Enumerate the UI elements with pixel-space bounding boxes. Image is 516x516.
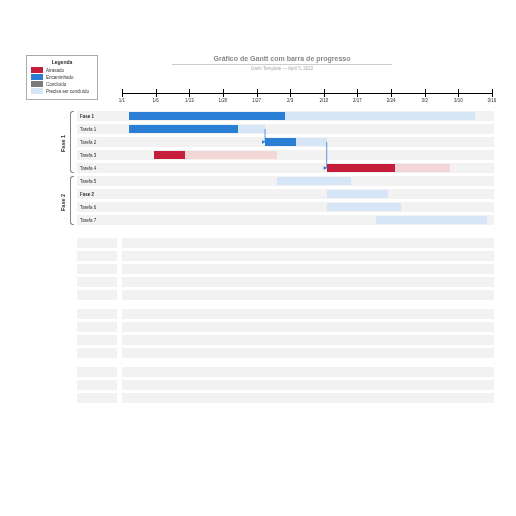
- axis-tick-label: 1/1: [112, 98, 132, 103]
- row-stripe: [122, 322, 494, 332]
- placeholder-row: [22, 238, 494, 248]
- axis-tick: 3/16: [492, 89, 493, 97]
- bar-area: [122, 163, 492, 173]
- bar-area: [122, 215, 492, 225]
- placeholder-row: [22, 380, 494, 390]
- axis-tick-label: 1/27: [247, 98, 267, 103]
- chart-title: Gráfico de Gantt com barra de progresso: [172, 55, 392, 65]
- row-stripe: [77, 367, 117, 377]
- row-stripe: [122, 238, 494, 248]
- legend-item: Atrasado: [31, 67, 93, 73]
- bar-track[interactable]: [327, 190, 389, 198]
- row-label: Tarefa 2: [77, 137, 122, 147]
- legend: Legenda AtrasadoEncaminhadoConcluídoPrec…: [26, 55, 98, 100]
- axis-tick-label: 2/10: [314, 98, 334, 103]
- placeholder-row: [22, 348, 494, 358]
- row-stripe: [122, 335, 494, 345]
- axis-tick: 1/1: [122, 89, 123, 97]
- axis-tick-label: 1/13: [179, 98, 199, 103]
- placeholder-row: [22, 264, 494, 274]
- axis-tick: 1/27: [257, 89, 258, 97]
- gantt-row: Tarefa 1: [22, 124, 494, 134]
- row-stripe: [77, 251, 117, 261]
- legend-label: Precisa ser concluído: [46, 89, 89, 94]
- axis-tick-label: 1/20: [213, 98, 233, 103]
- row-stripe: [77, 335, 117, 345]
- axis-tick-label: 2/3: [280, 98, 300, 103]
- row-stripe: [122, 309, 494, 319]
- row-stripe: [77, 309, 117, 319]
- gantt-row: Tarefa 2: [22, 137, 494, 147]
- bar-area: [122, 150, 492, 160]
- gantt-row: Fase 1: [22, 111, 494, 121]
- row-stripe: [77, 393, 117, 403]
- bar-track[interactable]: [376, 216, 487, 224]
- placeholder-row: [22, 251, 494, 261]
- bar-track[interactable]: [277, 177, 351, 185]
- row-stripe: [77, 322, 117, 332]
- axis-tick: 2/10: [324, 89, 325, 97]
- legend-title: Legenda: [31, 59, 93, 65]
- placeholder-row: [22, 393, 494, 403]
- gantt-row: Fase 2: [22, 189, 494, 199]
- chart-subtitle: Gantt Template — April 5, 2022: [172, 66, 392, 71]
- row-label: Tarefa 4: [77, 163, 122, 173]
- row-stripe: [122, 380, 494, 390]
- legend-swatch: [31, 88, 43, 94]
- legend-swatch: [31, 67, 43, 73]
- axis-tick: 3/10: [458, 89, 459, 97]
- axis-tick-label: 2/17: [347, 98, 367, 103]
- row-label: Tarefa 6: [77, 202, 122, 212]
- row-stripe: [122, 367, 494, 377]
- legend-label: Atrasado: [46, 68, 64, 73]
- axis-tick: 3/3: [425, 89, 426, 97]
- gantt-row: Tarefa 4: [22, 163, 494, 173]
- row-label: Tarefa 5: [77, 176, 122, 186]
- axis-tick-label: 3/16: [482, 98, 502, 103]
- axis-tick: 2/24: [391, 89, 392, 97]
- bar-area: [122, 202, 492, 212]
- legend-label: Encaminhado: [46, 75, 74, 80]
- placeholder-row: [22, 309, 494, 319]
- axis-tick: 1/6: [156, 89, 157, 97]
- legend-item: Encaminhado: [31, 74, 93, 80]
- row-stripe: [122, 277, 494, 287]
- bar-area: [122, 111, 492, 121]
- row-stripe: [122, 264, 494, 274]
- row-stripe: [77, 277, 117, 287]
- gantt-row: Tarefa 7: [22, 215, 494, 225]
- row-stripe: [77, 380, 117, 390]
- placeholder-row: [22, 335, 494, 345]
- bar-area: [122, 189, 492, 199]
- row-label: Tarefa 3: [77, 150, 122, 160]
- row-stripe: [77, 238, 117, 248]
- phase-label: Fase 2: [60, 193, 66, 210]
- gantt-rows: Fase 1Tarefa 1Tarefa 2Tarefa 3Tarefa 4Fa…: [22, 111, 494, 228]
- bar-progress: [129, 112, 284, 120]
- phase-brace: [70, 176, 74, 225]
- bar-progress: [154, 151, 185, 159]
- bar-progress: [265, 138, 296, 146]
- placeholder-row: [22, 290, 494, 300]
- row-stripe: [122, 348, 494, 358]
- phase-brace: [70, 111, 74, 173]
- row-stripe: [122, 393, 494, 403]
- row-stripe: [77, 290, 117, 300]
- row-stripe: [122, 290, 494, 300]
- axis-tick-label: 3/3: [415, 98, 435, 103]
- placeholder-row: [22, 277, 494, 287]
- phase-label: Fase 1: [60, 135, 66, 152]
- timeline-axis: 1/11/61/131/201/272/32/102/172/243/33/10…: [122, 89, 492, 109]
- bar-area: [122, 124, 492, 134]
- axis-tick-label: 1/6: [146, 98, 166, 103]
- bar-progress: [129, 125, 238, 133]
- bar-track[interactable]: [327, 203, 401, 211]
- row-label: Fase 1: [77, 111, 122, 121]
- bar-area: [122, 176, 492, 186]
- gantt-row: Tarefa 5: [22, 176, 494, 186]
- bar-progress: [327, 164, 395, 172]
- legend-swatch: [31, 74, 43, 80]
- legend-item: Concluído: [31, 81, 93, 87]
- legend-item: Precisa ser concluído: [31, 88, 93, 94]
- bar-area: [122, 137, 492, 147]
